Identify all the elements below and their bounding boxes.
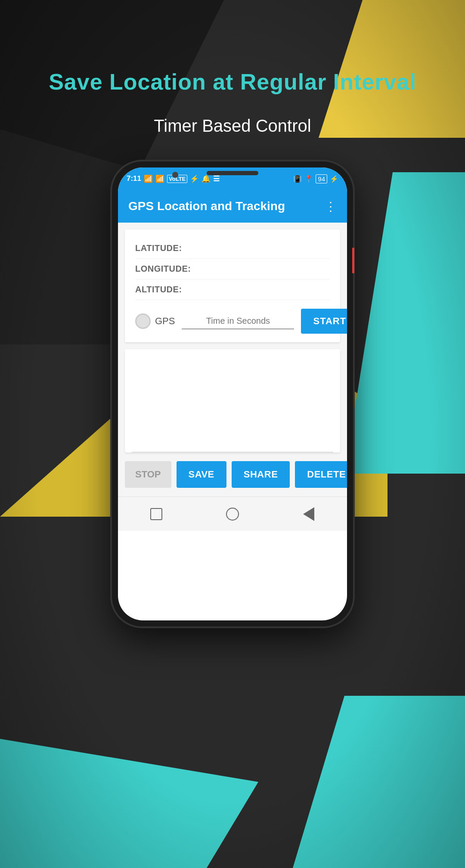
- nav-recents-button[interactable]: [147, 505, 166, 524]
- save-button[interactable]: SAVE: [177, 461, 226, 488]
- app-screen: LATITUDE: LONGITUDE: ALTITUDE:: [118, 223, 347, 531]
- settings-icon: ☰: [213, 174, 220, 183]
- longitude-row: LONGITUDE:: [135, 259, 330, 279]
- charging-icon: ⚡: [190, 174, 199, 183]
- status-time: 7:11: [127, 174, 141, 183]
- more-options-icon[interactable]: ⋮: [325, 199, 337, 214]
- recents-icon: [150, 508, 162, 520]
- phone-outer: 7:11 📶 📶 VoLTE ⚡ 🔔 ☰ 📳 📍 94 ⚡: [112, 161, 353, 626]
- status-right: 📳 📍 94 ⚡: [293, 174, 338, 183]
- headline-subtitle: Timer Based Control: [154, 116, 311, 136]
- share-button[interactable]: SHARE: [232, 461, 290, 488]
- latitude-row: LATITUDE:: [135, 238, 330, 259]
- nav-back-button[interactable]: [299, 505, 318, 524]
- location-card: LATITUDE: LONGITUDE: ALTITUDE:: [125, 229, 340, 342]
- headline-title: Save Location at Regular Interval: [49, 69, 416, 95]
- gps-toggle-label: GPS: [155, 316, 175, 327]
- longitude-label: LONGITUDE:: [135, 264, 191, 274]
- log-divider: [132, 452, 333, 453]
- bottom-buttons: STOP SAVE SHARE DELETE: [118, 453, 347, 496]
- phone-screen: 7:11 📶 📶 VoLTE ⚡ 🔔 ☰ 📳 📍 94 ⚡: [118, 167, 347, 620]
- phone-side-button: [352, 248, 354, 273]
- home-icon: [226, 508, 239, 521]
- wifi-icon: 📶: [155, 174, 164, 183]
- charging-icon2: ⚡: [330, 175, 338, 183]
- notification-icon: 🔔: [202, 174, 211, 183]
- gps-toggle-circle[interactable]: [135, 313, 151, 329]
- delete-button[interactable]: DELETE: [295, 461, 347, 488]
- location-icon: 📍: [304, 175, 313, 183]
- nav-bar: [118, 496, 347, 531]
- back-icon: [303, 507, 314, 521]
- app-bar: GPS Location and Tracking ⋮: [118, 190, 347, 223]
- battery-level: 94: [316, 174, 327, 183]
- app-bar-title: GPS Location and Tracking: [128, 199, 285, 213]
- altitude-label: ALTITUDE:: [135, 285, 182, 294]
- latitude-label: LATITUDE:: [135, 243, 182, 253]
- page-content: Save Location at Regular Interval Timer …: [0, 0, 465, 868]
- phone-speaker: [207, 171, 258, 175]
- signal-icon: 📶: [144, 174, 153, 183]
- controls-row: GPS START: [135, 300, 330, 334]
- nav-home-button[interactable]: [223, 505, 242, 524]
- time-seconds-input[interactable]: [182, 313, 294, 329]
- gps-toggle-group[interactable]: GPS: [135, 313, 175, 329]
- log-area: [125, 349, 340, 453]
- altitude-row: ALTITUDE:: [135, 279, 330, 300]
- start-button[interactable]: START: [301, 309, 347, 334]
- stop-button[interactable]: STOP: [125, 461, 171, 488]
- battery-vibrate-icon: 📳: [293, 175, 302, 183]
- phone-mockup: 7:11 📶 📶 VoLTE ⚡ 🔔 ☰ 📳 📍 94 ⚡: [112, 161, 353, 626]
- phone-camera: [172, 172, 178, 178]
